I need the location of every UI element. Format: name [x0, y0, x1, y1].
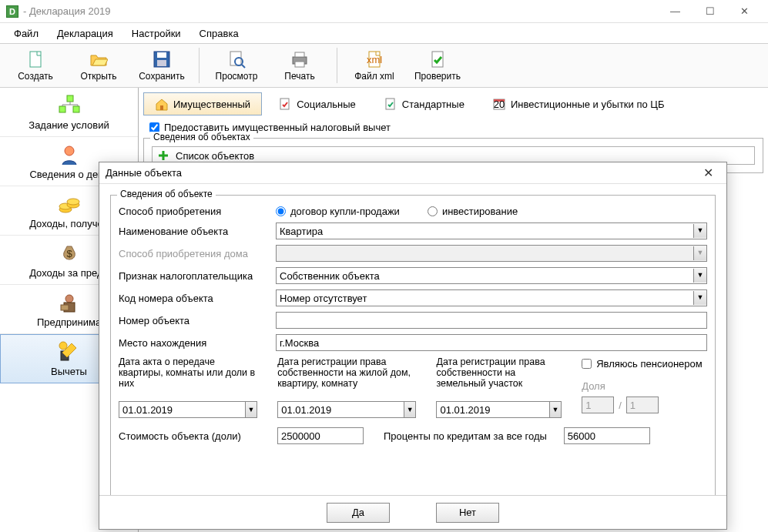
- svg-point-16: [65, 146, 74, 156]
- open-folder-icon: [89, 50, 108, 69]
- share-numerator: [582, 396, 614, 413]
- sidebar-label: Предпринима: [37, 316, 101, 328]
- chevron-down-icon: ▼: [693, 246, 706, 260]
- entrepreneur-icon: [58, 291, 81, 314]
- share-inputs: /: [582, 396, 707, 413]
- preview-icon: [227, 50, 246, 69]
- object-code-value: Номер отсутствует: [280, 293, 367, 304]
- minimize-button[interactable]: ―: [658, 1, 693, 22]
- menu-help[interactable]: Справка: [192, 25, 246, 42]
- menu-settings[interactable]: Настройки: [124, 25, 189, 42]
- share-denominator: [626, 396, 659, 413]
- taxpayer-select[interactable]: Собственник объекта ▼: [276, 267, 707, 284]
- date-reg-input[interactable]: ▼: [277, 401, 416, 418]
- object-data-dialog: Данные объекта ✕ Сведения об объекте Спо…: [99, 162, 727, 530]
- pensioner-checkbox[interactable]: [582, 359, 592, 369]
- toolbar-xml-label: Файл xml: [354, 71, 394, 82]
- title-bar: D - Декларация 2019 ― ☐ ✕: [0, 0, 768, 23]
- menu-declaration[interactable]: Декларация: [49, 25, 121, 42]
- tab-investment[interactable]: 20 Инвестиционные и убытки по ЦБ: [481, 92, 676, 115]
- svg-point-20: [67, 199, 79, 205]
- svg-rect-9: [295, 62, 304, 67]
- dialog-title: Данные объекта: [106, 167, 696, 179]
- location-label: Место нахождения: [119, 337, 268, 349]
- chevron-down-icon: ▼: [693, 269, 706, 283]
- close-button[interactable]: ✕: [727, 1, 762, 22]
- date-act-label: Дата акта о передаче квартиры, комнаты и…: [119, 356, 257, 396]
- dialog-footer: Да Нет: [99, 495, 726, 529]
- svg-rect-28: [280, 99, 289, 109]
- toolbar-open[interactable]: Открыть: [68, 44, 129, 87]
- interest-input[interactable]: [564, 427, 650, 444]
- svg-rect-13: [67, 95, 73, 102]
- taxpayer-value: Собственник объекта: [280, 270, 380, 282]
- tab-label: Стандартные: [402, 99, 464, 110]
- svg-line-6: [242, 65, 245, 68]
- object-name-value: Квартира: [280, 226, 323, 237]
- calendar-icon: 20: [492, 97, 506, 111]
- ok-button[interactable]: Да: [327, 503, 390, 523]
- menu-bar: Файл Декларация Настройки Справка: [0, 23, 768, 43]
- date-act-input[interactable]: ▼: [119, 401, 257, 418]
- xml-file-icon: xml: [365, 50, 384, 69]
- sidebar-label: Сведения о декл: [29, 169, 108, 180]
- dialog-close-button[interactable]: ✕: [696, 166, 720, 180]
- svg-rect-8: [295, 52, 304, 57]
- toolbar-save[interactable]: Сохранить: [131, 44, 193, 87]
- menu-file[interactable]: Файл: [6, 25, 46, 42]
- document-check-icon: [278, 97, 292, 111]
- toolbar-open-label: Открыть: [80, 71, 116, 82]
- chevron-down-icon: ▼: [693, 224, 706, 238]
- radio-investment[interactable]: инвестирование: [428, 206, 518, 217]
- cost-input[interactable]: [277, 427, 364, 444]
- objects-list-title: Список объектов: [176, 150, 254, 162]
- object-code-label: Код номера объекта: [119, 293, 268, 304]
- tab-label: Инвестиционные и убытки по ЦБ: [511, 99, 665, 110]
- tab-property[interactable]: Имущественный: [143, 92, 262, 115]
- object-number-label: Номер объекта: [119, 315, 268, 326]
- objects-group-title: Сведения об объектах: [150, 132, 253, 142]
- svg-point-26: [59, 342, 67, 350]
- maximize-button[interactable]: ☐: [693, 1, 727, 22]
- acquisition-method-label: Способ приобретения: [119, 206, 268, 217]
- money-bag-icon: $: [58, 242, 81, 265]
- cancel-button[interactable]: Нет: [436, 503, 499, 523]
- dialog-titlebar: Данные объекта ✕: [99, 162, 726, 184]
- svg-rect-3: [157, 60, 166, 66]
- object-number-input[interactable]: [276, 312, 707, 329]
- toolbar-save-label: Сохранить: [139, 71, 185, 82]
- location-input[interactable]: [276, 334, 707, 351]
- toolbar-print[interactable]: Печать: [269, 44, 330, 87]
- tab-label: Имущественный: [173, 99, 250, 110]
- coins-icon: [58, 192, 81, 216]
- toolbar-xml[interactable]: xml Файл xml: [344, 44, 405, 87]
- svg-text:20: 20: [494, 99, 505, 110]
- new-file-icon: [26, 50, 45, 69]
- sidebar-label: Задание условий: [29, 119, 109, 131]
- document-check-icon: [384, 97, 397, 111]
- tab-social[interactable]: Социальные: [267, 92, 367, 115]
- toolbar-preview-label: Просмотр: [216, 71, 258, 82]
- sidebar-item-conditions[interactable]: Задание условий: [0, 88, 138, 137]
- radio-contract[interactable]: договор купли-продажи: [276, 206, 400, 217]
- svg-rect-14: [59, 106, 65, 112]
- window-title: - Декларация 2019: [23, 5, 658, 17]
- pensioner-checkbox-row[interactable]: Являюсь пенсионером: [582, 358, 707, 370]
- deductions-icon: [58, 340, 81, 363]
- tab-label: Социальные: [297, 99, 356, 110]
- svg-rect-29: [386, 99, 394, 109]
- svg-text:$: $: [66, 248, 72, 259]
- add-icon[interactable]: [157, 149, 169, 162]
- svg-rect-0: [30, 52, 41, 67]
- object-name-label: Наименование объекта: [119, 226, 268, 237]
- toolbar-preview[interactable]: Просмотр: [206, 44, 267, 87]
- object-name-select[interactable]: Квартира ▼: [276, 223, 707, 239]
- date-land-input[interactable]: ▼: [436, 401, 562, 418]
- tab-standard[interactable]: Стандартные: [372, 92, 476, 115]
- house-method-label: Способ приобретения дома: [119, 248, 268, 259]
- toolbar-check[interactable]: Проверить: [407, 44, 468, 87]
- object-info-group: Сведения об объекте Способ приобретения …: [110, 195, 716, 495]
- toolbar-create[interactable]: Создать: [5, 44, 66, 87]
- object-code-select[interactable]: Номер отсутствует ▼: [276, 289, 707, 306]
- taxpayer-label: Признак налогоплательщика: [119, 270, 268, 282]
